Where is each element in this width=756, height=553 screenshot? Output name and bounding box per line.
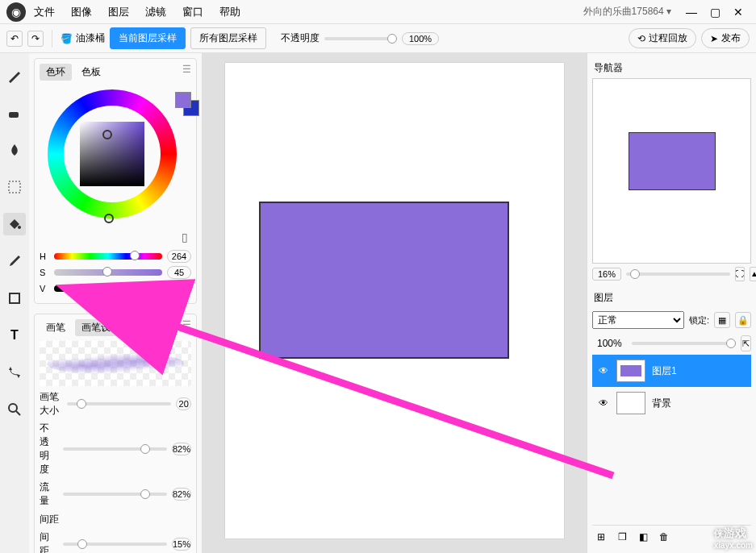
- brush-panel: 画笔 画笔设置 ☰ 画笔大小20 不透明度82% 流量82% 间距 间距15% …: [34, 314, 197, 553]
- undo-button[interactable]: ↶: [6, 31, 23, 47]
- opacity-value[interactable]: 100%: [402, 32, 439, 45]
- hue-slider[interactable]: [54, 253, 162, 260]
- val-slider[interactable]: [54, 285, 162, 292]
- eyedropper-tool[interactable]: [3, 250, 26, 272]
- svg-rect-3: [10, 293, 19, 303]
- new-doc-icon[interactable]: ▯: [182, 231, 188, 243]
- color-swatch-pair[interactable]: [175, 92, 191, 108]
- brush-spacing-value[interactable]: 15%: [172, 538, 191, 551]
- spacing-section-label: 间距: [40, 513, 191, 526]
- text-tool[interactable]: T: [3, 324, 26, 347]
- fit-screen-button[interactable]: ⛶: [735, 267, 745, 281]
- val-label: V: [40, 284, 49, 293]
- eraser-tool[interactable]: [3, 102, 26, 124]
- lock-pixels-button[interactable]: ▦: [714, 312, 730, 328]
- menu-image[interactable]: 图像: [63, 5, 100, 19]
- layer-item-1[interactable]: 👁 图层1: [592, 355, 751, 387]
- watermark: 侠游戏 xiayx.com: [714, 522, 753, 550]
- navigator-zoom-slider[interactable]: [626, 272, 730, 276]
- layer-opacity-slider[interactable]: [632, 342, 736, 345]
- color-square[interactable]: [80, 122, 144, 186]
- flip-button[interactable]: ▲: [750, 267, 756, 281]
- brush-tab[interactable]: 画笔: [40, 319, 72, 336]
- brush-tool[interactable]: [3, 64, 26, 87]
- svg-point-4: [9, 404, 17, 412]
- copy-layer-button[interactable]: ❐: [613, 529, 631, 545]
- layer-list: 👁 图层1 👁 背景: [592, 355, 751, 525]
- lock-label: 锁定:: [689, 314, 709, 326]
- canvas[interactable]: [225, 63, 564, 538]
- publish-button[interactable]: ➤发布: [701, 28, 750, 48]
- brush-opacity-value[interactable]: 82%: [172, 443, 191, 455]
- brush-settings-tab[interactable]: 画笔设置: [75, 319, 127, 336]
- layer-link-button[interactable]: ⇱: [741, 335, 751, 351]
- brush-flow-slider[interactable]: [63, 493, 167, 496]
- layer-item-background[interactable]: 👁 背景: [592, 387, 751, 419]
- menu-bar: ◉ 文件 图像 图层 滤镜 窗口 帮助 外向的乐曲175864 ▾ — ▢ ✕: [0, 0, 756, 24]
- left-panel: 色环 色板 ☰ ▯ H264 S45 V85 画笔 画: [29, 53, 202, 553]
- color-ring-tab[interactable]: 色环: [40, 64, 72, 81]
- current-tool-label: 🪣 油漆桶: [61, 31, 105, 45]
- brush-opacity-slider[interactable]: [63, 447, 167, 451]
- replay-icon: ⟲: [637, 33, 645, 44]
- color-swatch-tab[interactable]: 色板: [75, 64, 107, 81]
- marquee-tool[interactable]: [3, 176, 26, 198]
- minimize-button[interactable]: —: [679, 6, 704, 19]
- menu-help[interactable]: 帮助: [211, 5, 249, 19]
- close-button[interactable]: ✕: [727, 6, 750, 19]
- brush-size-slider[interactable]: [67, 402, 171, 405]
- menu-window[interactable]: 窗口: [174, 5, 211, 19]
- canvas-area: [202, 53, 587, 553]
- menu-filter[interactable]: 滤镜: [137, 5, 174, 19]
- replay-button[interactable]: ⟲过程回放: [629, 28, 696, 48]
- foreground-swatch[interactable]: [175, 92, 191, 108]
- zoom-tool[interactable]: [3, 398, 26, 421]
- smudge-tool[interactable]: [3, 139, 26, 161]
- shape-tool[interactable]: [3, 287, 26, 310]
- brush-panel-menu-icon[interactable]: ☰: [182, 319, 191, 336]
- menu-layer[interactable]: 图层: [100, 5, 137, 19]
- sat-slider[interactable]: [54, 269, 162, 276]
- navigator-zoom-value[interactable]: 16%: [592, 268, 621, 281]
- opacity-slider[interactable]: [324, 37, 397, 40]
- layer-thumbnail: [616, 360, 645, 382]
- hue-value[interactable]: 264: [167, 250, 191, 263]
- blend-mode-select[interactable]: 正常: [592, 311, 684, 329]
- layer-name: 背景: [652, 397, 671, 410]
- sample-current-layer-button[interactable]: 当前图层采样: [110, 27, 186, 49]
- svg-rect-0: [9, 112, 19, 118]
- color-panel: 色环 色板 ☰ ▯ H264 S45 V85: [34, 58, 197, 304]
- layer-opacity-value[interactable]: 100%: [592, 337, 627, 350]
- panel-menu-icon[interactable]: ☰: [182, 64, 191, 81]
- layer-props-button[interactable]: ◧: [634, 529, 652, 545]
- new-layer-button[interactable]: ⊞: [592, 529, 610, 545]
- maximize-button[interactable]: ▢: [704, 6, 727, 19]
- brush-flow-value[interactable]: 82%: [172, 488, 191, 501]
- brush-opacity-label: 不透明度: [40, 422, 58, 476]
- transform-tool[interactable]: [3, 361, 26, 384]
- color-wheel-handle[interactable]: [104, 214, 114, 223]
- navigator-preview[interactable]: [592, 78, 751, 264]
- bucket-tool[interactable]: [3, 213, 26, 235]
- user-label[interactable]: 外向的乐曲175864 ▾: [575, 5, 679, 19]
- color-square-handle[interactable]: [102, 130, 112, 139]
- val-value[interactable]: 85: [167, 282, 191, 295]
- svg-point-2: [18, 226, 21, 229]
- sample-all-layers-button[interactable]: 所有图层采样: [190, 27, 266, 49]
- visibility-icon[interactable]: 👁: [597, 365, 610, 376]
- tool-strip: T: [0, 53, 29, 553]
- brush-size-value[interactable]: 20: [176, 397, 191, 410]
- brush-flow-label: 流量: [40, 480, 58, 508]
- delete-layer-button[interactable]: 🗑: [655, 529, 673, 545]
- app-logo-icon: ◉: [6, 2, 26, 22]
- publish-icon: ➤: [710, 33, 718, 44]
- redo-button[interactable]: ↷: [27, 31, 44, 47]
- right-panel: 导航器 16% ⛶ ▲ 图层 正常 锁定: ▦ 🔒 100% ⇱ 👁 图层1: [587, 53, 756, 553]
- layer-name: 图层1: [652, 364, 677, 378]
- menu-file[interactable]: 文件: [26, 5, 63, 19]
- opacity-label: 不透明度: [281, 31, 320, 45]
- lock-all-button[interactable]: 🔒: [735, 312, 751, 328]
- brush-spacing-slider[interactable]: [63, 543, 167, 546]
- sat-value[interactable]: 45: [167, 266, 191, 279]
- visibility-icon[interactable]: 👁: [597, 397, 610, 409]
